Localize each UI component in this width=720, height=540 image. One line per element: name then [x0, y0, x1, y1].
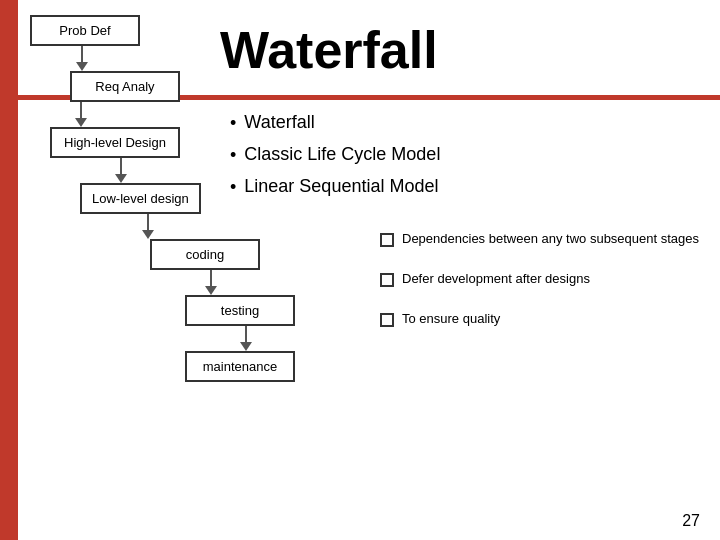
- detail-item-1: Defer development after designs: [380, 270, 710, 288]
- left-bar: [0, 0, 18, 540]
- arrow-1: [76, 46, 88, 71]
- bullet-text-2: Linear Sequential Model: [244, 176, 438, 197]
- arrow-4: [142, 214, 154, 239]
- bullet-text-1: Classic Life Cycle Model: [244, 144, 440, 165]
- bullet-item-1: • Classic Life Cycle Model: [230, 144, 710, 166]
- checkbox-0: [380, 233, 394, 247]
- box-testing: testing: [185, 295, 295, 326]
- box-high-level: High-level Design: [50, 127, 180, 158]
- bullet-dot-0: •: [230, 113, 236, 134]
- step-low-level: Low-level design: [20, 183, 201, 239]
- step-coding: coding: [20, 239, 260, 295]
- step-req-analy: Req Analy: [20, 71, 180, 127]
- box-prob-def: Prob Def: [30, 15, 140, 46]
- detail-item-0: Dependencies between any two subsequent …: [380, 230, 710, 248]
- detail-list: Dependencies between any two subsequent …: [380, 230, 710, 351]
- arrow-2: [75, 102, 87, 127]
- checkbox-2: [380, 313, 394, 327]
- bullet-dot-2: •: [230, 177, 236, 198]
- arrow-3: [115, 158, 127, 183]
- detail-text-0: Dependencies between any two subsequent …: [402, 230, 699, 248]
- bullet-item-2: • Linear Sequential Model: [230, 176, 710, 198]
- bullet-dot-1: •: [230, 145, 236, 166]
- page-number: 27: [682, 512, 700, 530]
- box-coding: coding: [150, 239, 260, 270]
- detail-text-1: Defer development after designs: [402, 270, 590, 288]
- detail-text-2: To ensure quality: [402, 310, 500, 328]
- arrow-6: [240, 326, 252, 351]
- bullet-item-0: • Waterfall: [230, 112, 710, 134]
- box-low-level: Low-level design: [80, 183, 201, 214]
- step-high-level: High-level Design: [20, 127, 180, 183]
- arrow-5: [205, 270, 217, 295]
- box-req-analy: Req Analy: [70, 71, 180, 102]
- bullet-text-0: Waterfall: [244, 112, 314, 133]
- step-maintenance: maintenance: [20, 351, 295, 382]
- step-testing: testing: [20, 295, 295, 351]
- box-maintenance: maintenance: [185, 351, 295, 382]
- checkbox-1: [380, 273, 394, 287]
- step-prob-def: Prob Def: [20, 15, 140, 71]
- detail-item-2: To ensure quality: [380, 310, 710, 328]
- bullet-list: • Waterfall • Classic Life Cycle Model •…: [230, 112, 710, 208]
